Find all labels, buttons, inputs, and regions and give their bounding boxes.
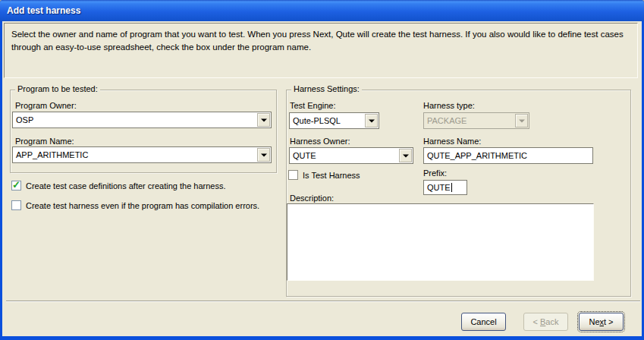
- window-title: Add test harness: [7, 5, 80, 16]
- program-owner-combobox[interactable]: OSP: [12, 112, 272, 128]
- description-label: Description:: [290, 194, 334, 203]
- program-name-combobox[interactable]: APP_ARITHMETIC: [12, 146, 272, 163]
- back-button-label: < Back: [533, 317, 559, 326]
- test-engine-label: Test Engine:: [290, 101, 336, 110]
- dropdown-arrow-icon: [519, 119, 525, 122]
- program-owner-label: Program Owner:: [15, 101, 77, 110]
- dropdown-arrow-icon: [369, 119, 375, 122]
- check-icon: ✓: [12, 179, 20, 190]
- next-button-label: Next >: [589, 317, 613, 326]
- program-groupbox-legend: Program to be tested:: [15, 84, 100, 93]
- harness-name-input[interactable]: QUTE_APP_ARITHMETIC: [423, 147, 593, 164]
- test-engine-combobox[interactable]: Qute-PLSQL: [289, 112, 379, 129]
- title-bar: Add test harness: [0, 0, 644, 21]
- program-name-value: APP_ARITHMETIC: [16, 150, 88, 159]
- dropdown-arrow-icon: [261, 118, 267, 121]
- test-engine-value: Qute-PLSQL: [293, 116, 341, 125]
- dropdown-arrow-icon: [403, 154, 409, 157]
- dropdown-arrow-icon: [261, 153, 267, 156]
- prefix-input[interactable]: QUTE: [423, 180, 467, 195]
- add-test-harness-dialog: Add test harness Select the owner and na…: [0, 0, 644, 340]
- harness-type-label: Harness type:: [423, 101, 475, 110]
- prefix-label: Prefix:: [423, 168, 447, 178]
- harness-name-label: Harness Name:: [423, 137, 481, 146]
- program-owner-value: OSP: [16, 115, 33, 124]
- create-test-cases-checkbox[interactable]: ✓: [11, 181, 21, 190]
- harness-name-value: QUTE_APP_ARITHMETIC: [427, 151, 527, 160]
- harness-settings-legend: Harness Settings:: [291, 84, 362, 93]
- cancel-button-label: Cancel: [470, 317, 496, 326]
- is-test-harness-checkbox[interactable]: ✓: [288, 170, 298, 180]
- wizard-description-panel: Select the owner and name of program tha…: [4, 23, 638, 78]
- description-textarea[interactable]: [287, 203, 594, 281]
- text-caret: [451, 183, 452, 192]
- harness-type-dropdown-button: [515, 114, 528, 128]
- ignore-compile-errors-label[interactable]: Create test harness even if the program …: [26, 201, 259, 210]
- harness-type-value: PACKAGE: [427, 116, 467, 125]
- program-name-label: Program Name:: [15, 137, 74, 146]
- harness-type-combobox: PACKAGE: [423, 112, 529, 129]
- harness-owner-label: Harness Owner:: [290, 137, 350, 146]
- ignore-compile-errors-checkbox[interactable]: ✓: [11, 200, 21, 210]
- create-test-cases-label[interactable]: Create test case definitions after creat…: [26, 181, 226, 190]
- harness-owner-dropdown-button[interactable]: [399, 149, 412, 162]
- program-owner-dropdown-button[interactable]: [257, 113, 270, 127]
- harness-owner-combobox[interactable]: QUTE: [289, 147, 413, 164]
- prefix-value: QUTE: [427, 183, 451, 192]
- back-button: < Back: [523, 313, 568, 331]
- dialog-body: Select the owner and name of program tha…: [2, 21, 642, 336]
- button-separator: [6, 301, 640, 301]
- program-name-dropdown-button[interactable]: [257, 148, 270, 162]
- harness-owner-value: QUTE: [293, 151, 316, 160]
- is-test-harness-label[interactable]: Is Test Harness: [303, 171, 360, 180]
- next-button[interactable]: Next >: [579, 313, 624, 331]
- test-engine-dropdown-button[interactable]: [365, 114, 378, 128]
- cancel-button[interactable]: Cancel: [461, 313, 506, 331]
